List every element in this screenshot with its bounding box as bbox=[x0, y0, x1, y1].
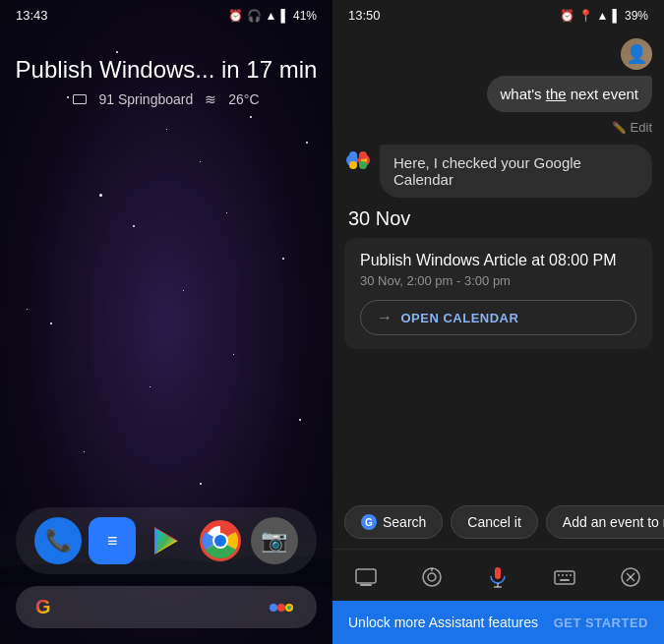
assistant-text: Here, I checked your Google Calendar bbox=[393, 154, 581, 188]
edit-label[interactable]: Edit bbox=[631, 120, 652, 135]
app-dock: 📞 ≡ bbox=[16, 507, 317, 574]
assistant-dots bbox=[270, 601, 297, 615]
location-text: 91 Springboard bbox=[98, 91, 193, 107]
svg-point-17 bbox=[349, 161, 357, 169]
arrow-right-icon: → bbox=[377, 309, 393, 326]
docs-app-icon[interactable]: ≡ bbox=[89, 517, 136, 564]
publish-title: Publish Windows... in 17 min bbox=[16, 56, 318, 84]
info-row: 91 Springboard ≋ 26°C bbox=[73, 91, 259, 107]
right-time: 13:50 bbox=[348, 8, 381, 23]
search-bar[interactable]: G bbox=[16, 586, 317, 628]
date-header: 30 Nov bbox=[344, 207, 652, 230]
add-event-button-label: Add an event to my bbox=[563, 514, 664, 530]
svg-point-7 bbox=[270, 604, 277, 612]
signal-icon: ▌ bbox=[280, 9, 289, 23]
svg-text:G: G bbox=[365, 517, 373, 528]
battery-text: 41% bbox=[293, 9, 317, 23]
chat-area: 👤 what's the next event ✏️ Edit bbox=[332, 27, 664, 496]
event-time: 30 Nov, 2:00 pm - 3:00 pm bbox=[360, 273, 636, 288]
svg-rect-26 bbox=[495, 567, 501, 579]
left-status-icons: ⏰ 🎧 ▲ ▌ 41% bbox=[228, 9, 317, 23]
right-panel: 13:50 ⏰ 📍 ▲ ▌ 39% 👤 what's the next even… bbox=[332, 0, 664, 644]
open-calendar-label[interactable]: OPEN CALENDAR bbox=[401, 311, 519, 325]
cancel-nav-icon[interactable] bbox=[613, 559, 648, 595]
weather-text: 26°C bbox=[228, 91, 259, 107]
svg-point-18 bbox=[359, 161, 367, 169]
underlined-word: the bbox=[546, 86, 567, 102]
svg-point-6 bbox=[214, 535, 226, 547]
svg-rect-29 bbox=[555, 571, 574, 584]
phone-app-icon[interactable]: 📞 bbox=[34, 517, 82, 564]
get-started-button[interactable]: GET STARTED bbox=[554, 615, 648, 630]
keyboard-nav-icon[interactable] bbox=[547, 559, 582, 595]
left-time: 13:43 bbox=[16, 8, 48, 23]
svg-point-15 bbox=[349, 151, 357, 159]
svg-point-8 bbox=[277, 604, 285, 612]
event-title: Publish Windows Article at 08:00 PM bbox=[360, 252, 636, 269]
tv-nav-icon[interactable] bbox=[348, 559, 384, 595]
unlock-bar: Unlock more Assistant features GET START… bbox=[332, 601, 664, 644]
wind-icon: ≋ bbox=[205, 91, 216, 107]
chrome-app-icon[interactable] bbox=[197, 517, 244, 564]
wifi-icon: ▲ bbox=[266, 9, 277, 23]
bottom-navigation bbox=[332, 549, 664, 601]
mic-nav-icon[interactable] bbox=[480, 559, 515, 595]
right-status-bar: 13:50 ⏰ 📍 ▲ ▌ 39% bbox=[332, 0, 664, 27]
cancel-button-label: Cancel it bbox=[467, 514, 520, 530]
user-message-bubble: what's the next event bbox=[487, 76, 652, 112]
left-panel: 13:43 ⏰ 🎧 ▲ ▌ 41% Publish Windows... in … bbox=[0, 0, 332, 644]
user-avatar: 👤 bbox=[621, 38, 652, 70]
right-wifi-icon: ▲ bbox=[597, 9, 609, 23]
camera-app-icon[interactable]: 📷 bbox=[251, 517, 298, 564]
right-status-icons: ⏰ 📍 ▲ ▌ 39% bbox=[560, 9, 648, 23]
calendar-icon bbox=[73, 94, 87, 104]
google-g-icon: G bbox=[361, 514, 377, 530]
cancel-action-button[interactable]: Cancel it bbox=[451, 505, 537, 539]
headphone-icon: 🎧 bbox=[247, 9, 262, 23]
alarm-icon: ⏰ bbox=[228, 9, 243, 23]
right-location-icon: 📍 bbox=[578, 9, 593, 23]
right-signal-icon: ▌ bbox=[612, 9, 621, 23]
svg-point-24 bbox=[428, 573, 436, 581]
action-buttons-row: G Search Cancel it Add an event to my bbox=[332, 496, 664, 549]
svg-point-10 bbox=[287, 606, 291, 610]
left-main-content: Publish Windows... in 17 min 91 Springbo… bbox=[0, 27, 332, 492]
unlock-text: Unlock more Assistant features bbox=[348, 615, 538, 630]
svg-point-16 bbox=[359, 151, 367, 159]
google-assistant-icon bbox=[344, 146, 372, 174]
google-logo: G bbox=[35, 596, 51, 618]
right-battery: 39% bbox=[625, 9, 648, 23]
left-status-bar: 13:43 ⏰ 🎧 ▲ ▌ 41% bbox=[0, 0, 332, 27]
edit-row[interactable]: ✏️ Edit bbox=[344, 120, 652, 135]
assistant-message-bubble: Here, I checked your Google Calendar bbox=[380, 145, 652, 198]
svg-rect-22 bbox=[360, 584, 372, 586]
left-bottom: 📞 ≡ bbox=[0, 492, 332, 644]
search-button-label: Search bbox=[383, 514, 426, 530]
playstore-app-icon[interactable] bbox=[143, 517, 190, 564]
add-event-action-button[interactable]: Add an event to my bbox=[546, 505, 664, 539]
open-calendar-button[interactable]: → OPEN CALENDAR bbox=[360, 300, 636, 335]
search-action-button[interactable]: G Search bbox=[344, 505, 443, 539]
event-card: Publish Windows Article at 08:00 PM 30 N… bbox=[344, 238, 652, 349]
assistant-message-row: Here, I checked your Google Calendar bbox=[344, 145, 652, 198]
right-alarm-icon: ⏰ bbox=[560, 9, 574, 23]
svg-rect-21 bbox=[356, 569, 376, 583]
avatar-row: 👤 bbox=[344, 38, 652, 70]
lens-nav-icon[interactable] bbox=[414, 559, 450, 595]
edit-pencil-icon: ✏️ bbox=[612, 121, 627, 135]
